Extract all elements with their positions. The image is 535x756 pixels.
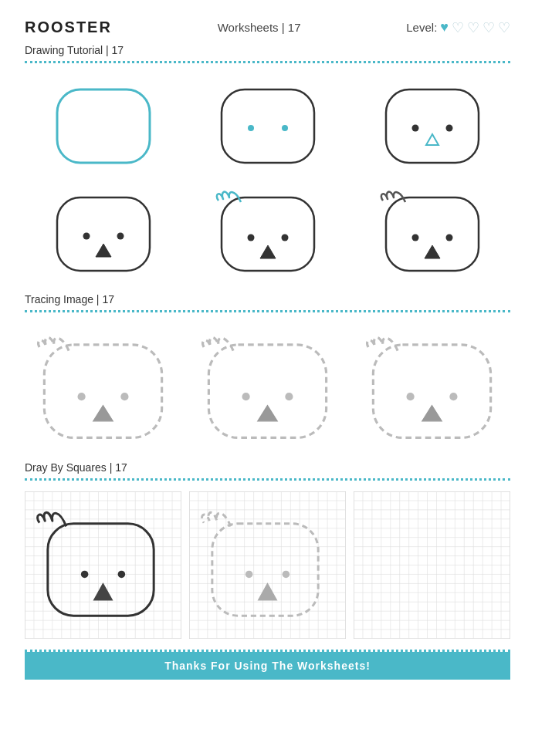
svg-marker-27 (258, 406, 277, 421)
drawing-tutorial-divider (25, 61, 510, 63)
svg-marker-15 (260, 245, 276, 258)
tutorial-step-2 (189, 74, 346, 174)
svg-marker-31 (422, 406, 442, 421)
svg-point-13 (247, 235, 254, 241)
heart-empty-2: ♡ (467, 19, 479, 36)
svg-point-25 (242, 393, 250, 400)
squares-cell-3 (354, 491, 510, 639)
svg-rect-24 (208, 345, 326, 438)
squares-cell-1 (25, 491, 181, 639)
svg-marker-11 (96, 244, 111, 257)
tutorial-step-4 (25, 182, 181, 282)
tutorial-grid (25, 74, 510, 282)
svg-point-21 (78, 393, 86, 400)
svg-rect-28 (373, 345, 490, 438)
page: ROOSTER Worksheets | 17 Level: ♥ ♡ ♡ ♡ ♡… (0, 0, 535, 756)
worksheets-label: Worksheets | 17 (218, 21, 301, 34)
tracing-image-label: Tracing Image | 17 (25, 293, 510, 305)
svg-point-18 (445, 235, 452, 241)
tutorial-step-5 (189, 182, 346, 282)
tracing-image-divider (25, 310, 510, 312)
squares-cell-2 (189, 491, 346, 639)
tracing-cell-3 (354, 323, 510, 451)
draw-by-squares-divider (25, 478, 510, 481)
tutorial-step-1 (25, 74, 181, 174)
svg-point-10 (117, 233, 124, 240)
svg-rect-12 (222, 197, 314, 271)
level-label: Level: (406, 21, 437, 34)
heart-empty-3: ♡ (483, 19, 495, 36)
footer-message: Thanks For Using The Worksheets! (164, 660, 371, 672)
tutorial-step-3 (354, 74, 510, 174)
svg-point-29 (407, 393, 415, 400)
svg-point-101 (245, 571, 253, 579)
drawing-tutorial-section: Drawing Tutorial | 17 (25, 44, 510, 282)
page-title: ROOSTER (25, 19, 112, 36)
tracing-cell-2 (189, 323, 346, 451)
tracing-grid (25, 323, 510, 451)
tutorial-step-6 (354, 182, 510, 282)
svg-point-102 (283, 571, 290, 579)
draw-by-squares-label: Dray By Squares | 17 (25, 461, 510, 474)
svg-point-6 (445, 125, 452, 132)
svg-point-5 (411, 125, 418, 132)
svg-point-65 (81, 571, 89, 579)
heart-empty-1: ♡ (452, 19, 464, 36)
footer-banner: Thanks For Using The Worksheets! (25, 652, 510, 680)
svg-point-14 (281, 235, 288, 241)
header: ROOSTER Worksheets | 17 Level: ♥ ♡ ♡ ♡ ♡ (25, 19, 510, 36)
svg-rect-0 (57, 89, 150, 163)
heart-filled-1: ♥ (440, 19, 449, 35)
svg-rect-20 (44, 345, 161, 438)
svg-point-30 (449, 393, 457, 400)
svg-rect-1 (222, 89, 314, 163)
svg-marker-7 (426, 134, 438, 145)
svg-rect-8 (57, 197, 150, 271)
svg-point-66 (118, 571, 126, 579)
svg-rect-16 (386, 197, 479, 271)
tracing-image-section: Tracing Image | 17 (25, 293, 510, 451)
heart-empty-4: ♡ (498, 19, 510, 36)
svg-point-22 (120, 393, 128, 400)
svg-point-2 (248, 125, 254, 131)
svg-marker-19 (425, 245, 440, 258)
drawing-tutorial-label: Drawing Tutorial | 17 (25, 44, 510, 56)
draw-by-squares-section: Dray By Squares | 17 (25, 461, 510, 639)
tracing-cell-1 (25, 323, 181, 451)
svg-rect-4 (386, 89, 479, 163)
svg-point-3 (282, 125, 288, 131)
svg-point-17 (411, 235, 418, 241)
svg-point-26 (285, 393, 293, 400)
svg-point-9 (83, 233, 90, 240)
squares-grid (25, 491, 510, 639)
svg-marker-23 (93, 406, 113, 421)
level-section: Level: ♥ ♡ ♡ ♡ ♡ (406, 19, 510, 36)
